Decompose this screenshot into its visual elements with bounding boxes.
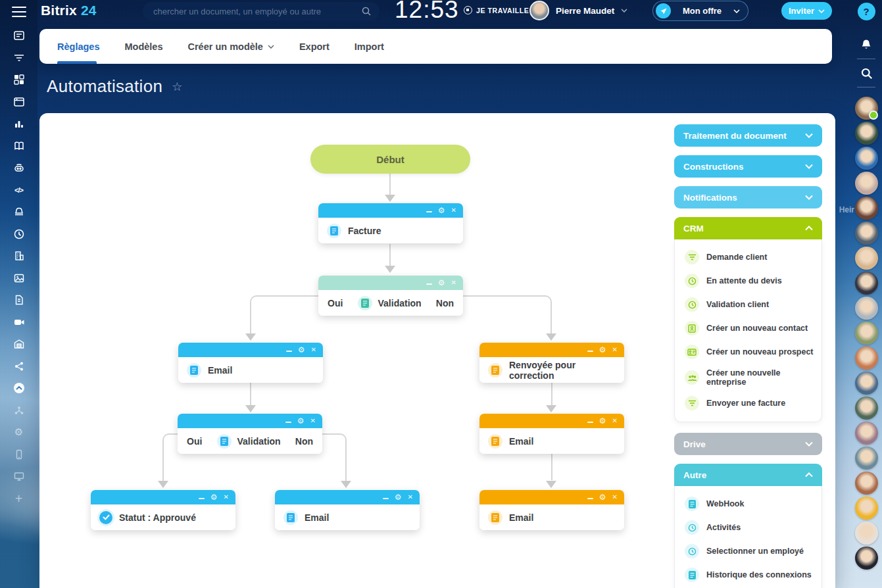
sites-icon[interactable]: [12, 95, 26, 109]
documents-icon[interactable]: [12, 293, 26, 306]
user-menu[interactable]: Pierre Maudet: [529, 1, 627, 20]
developer-icon[interactable]: </>: [12, 184, 26, 197]
flow-node-validation-1[interactable]: ⚙✕ Oui Validation Non: [318, 276, 463, 316]
section-constructions[interactable]: Constructions: [674, 155, 822, 178]
favorite-star-icon[interactable]: ☆: [172, 80, 182, 93]
avatar[interactable]: [855, 372, 878, 395]
avatar[interactable]: [855, 397, 878, 420]
minimize-icon[interactable]: [587, 351, 593, 352]
avatar[interactable]: [855, 197, 878, 220]
tab-export[interactable]: Export: [299, 41, 330, 52]
section-traitement-du-document[interactable]: Traitement du document: [674, 124, 822, 147]
avatar[interactable]: [855, 247, 878, 270]
search-icon[interactable]: [856, 63, 876, 83]
flow-node-email-1[interactable]: ⚙✕ Email: [178, 343, 323, 383]
close-icon[interactable]: ✕: [451, 280, 456, 286]
section-notifications[interactable]: Notifications: [674, 186, 822, 208]
flow-node-email-2[interactable]: ⚙✕ Email: [479, 414, 624, 454]
autre-item-activites[interactable]: Activités: [675, 516, 821, 539]
flow-node-facture[interactable]: ⚙✕ Facture: [318, 203, 463, 243]
flow-node-email-3[interactable]: ⚙✕ Email: [275, 490, 420, 530]
gear-icon[interactable]: ⚙: [395, 493, 402, 501]
minimize-icon[interactable]: [286, 351, 292, 352]
crm-item-en-attente-du-devis[interactable]: En attente du devis: [675, 269, 821, 293]
tasks-icon[interactable]: [12, 51, 26, 64]
gear-icon[interactable]: ⚙: [298, 346, 305, 354]
avatar[interactable]: [855, 447, 878, 470]
section-drive[interactable]: Drive: [674, 433, 822, 455]
work-status-toggle[interactable]: JE TRAVAILLE: [464, 6, 529, 14]
gear-icon[interactable]: ⚙: [210, 493, 218, 501]
crm-item-creer-contact[interactable]: Créer un nouveau contact: [675, 316, 821, 340]
close-icon[interactable]: ✕: [408, 494, 413, 501]
help-button[interactable]: ?: [858, 3, 875, 20]
gear-icon[interactable]: ⚙: [438, 279, 445, 287]
flow-node-validation-2[interactable]: ⚙✕ Oui Validation Non: [178, 414, 322, 454]
tab-creer-un-modele[interactable]: Créer un modèle: [188, 41, 274, 52]
invite-button[interactable]: Inviter: [781, 2, 832, 20]
section-crm[interactable]: CRM: [674, 217, 822, 239]
crm-item-demande-client[interactable]: Demande client: [675, 245, 821, 269]
helpdesk-icon[interactable]: [12, 205, 26, 218]
ai-assistant-icon[interactable]: [12, 161, 26, 174]
collapse-icon[interactable]: [12, 381, 26, 395]
close-icon[interactable]: ✕: [310, 418, 316, 424]
flow-node-email-4[interactable]: ⚙✕ Email: [479, 490, 624, 530]
apps-icon[interactable]: [12, 73, 26, 86]
close-icon[interactable]: ✕: [612, 347, 618, 353]
autre-item-historique-connexions[interactable]: Historique des connexions: [675, 563, 821, 587]
mobile-icon[interactable]: [12, 448, 26, 461]
minimize-icon[interactable]: [587, 498, 593, 499]
avatar[interactable]: [855, 422, 878, 445]
analytics-icon[interactable]: [12, 117, 26, 130]
automation-icon[interactable]: [12, 404, 26, 417]
avatar[interactable]: [855, 347, 878, 370]
minimize-icon[interactable]: [426, 283, 432, 285]
search-input[interactable]: [143, 2, 380, 20]
crm-item-validation-client[interactable]: Validation client: [675, 293, 821, 316]
autre-item-selectionner-employe[interactable]: Selectionner un employé: [675, 539, 821, 563]
minimize-icon[interactable]: [383, 498, 389, 499]
company-icon[interactable]: [12, 249, 26, 262]
avatar[interactable]: [855, 122, 878, 145]
avatar[interactable]: [855, 297, 878, 320]
minimize-icon[interactable]: [285, 422, 291, 423]
video-icon[interactable]: [12, 316, 26, 329]
section-autre[interactable]: Autre: [674, 464, 822, 486]
avatar[interactable]: [855, 522, 878, 545]
avatar[interactable]: [855, 497, 878, 520]
avatar[interactable]: [855, 322, 878, 345]
minimize-icon[interactable]: [426, 211, 432, 212]
avatar[interactable]: [855, 147, 878, 170]
close-icon[interactable]: ✕: [224, 494, 229, 501]
flow-node-start[interactable]: Début: [310, 145, 470, 174]
live-feed-icon[interactable]: [12, 29, 26, 42]
plus-icon[interactable]: +: [12, 492, 26, 505]
desktop-icon[interactable]: [12, 470, 26, 483]
tab-modeles[interactable]: Modèles: [124, 41, 162, 52]
crm-item-creer-prospect[interactable]: Créer un nouveau prospect: [675, 340, 821, 364]
gear-icon[interactable]: ⚙: [599, 493, 606, 501]
bitrix24-logo[interactable]: Bitrix 24: [41, 3, 97, 18]
crm-item-envoyer-facture[interactable]: Envoyer une facture: [675, 391, 821, 415]
flow-node-statut-approuve[interactable]: ⚙✕ Statut : Approuvé: [91, 490, 235, 530]
close-icon[interactable]: ✕: [451, 207, 456, 214]
avatar[interactable]: [855, 547, 878, 570]
close-icon[interactable]: ✕: [311, 347, 316, 353]
tab-import[interactable]: Import: [355, 41, 384, 52]
menu-icon[interactable]: [12, 7, 26, 17]
time-icon[interactable]: [12, 228, 26, 241]
avatar[interactable]: [855, 472, 878, 495]
avatar[interactable]: [855, 272, 878, 295]
network-icon[interactable]: [12, 360, 26, 373]
gear-icon[interactable]: ⚙: [12, 426, 26, 439]
minimize-icon[interactable]: [587, 422, 593, 423]
minimize-icon[interactable]: [199, 498, 205, 499]
photos-icon[interactable]: [12, 272, 26, 285]
warehouse-icon[interactable]: [12, 337, 26, 351]
flow-node-renvoyee[interactable]: ⚙✕ Renvoyée pour correction: [479, 343, 624, 383]
tab-reglages[interactable]: Règlages: [57, 41, 99, 52]
avatar[interactable]: [855, 97, 878, 120]
avatar[interactable]: [855, 172, 878, 195]
gear-icon[interactable]: ⚙: [599, 417, 606, 425]
